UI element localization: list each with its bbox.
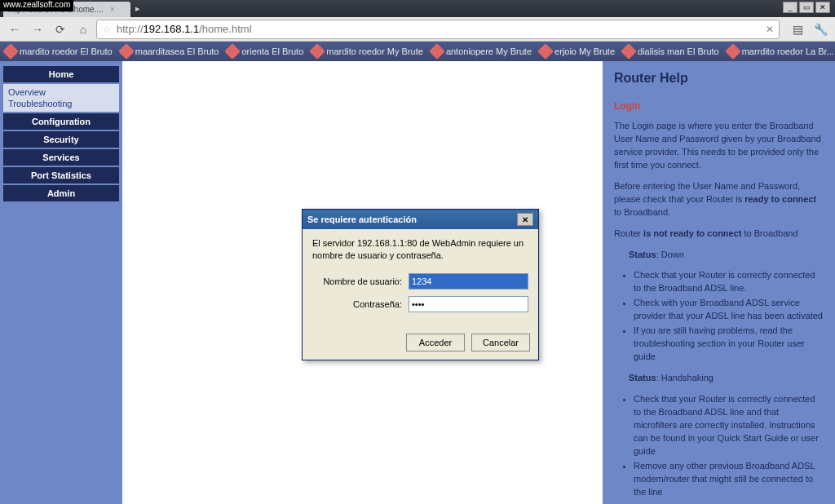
nav-home-subpane: Overview Troubleshooting <box>3 84 119 112</box>
wrench-menu-button[interactable]: 🔧 <box>811 20 830 39</box>
dialog-ok-button[interactable]: Acceder <box>406 334 465 351</box>
nav-home[interactable]: Home <box>3 66 119 82</box>
bookmark-icon <box>725 43 741 60</box>
bookmark-icon <box>621 43 637 60</box>
help-panel: Router Help Login The Login page is wher… <box>603 61 835 504</box>
nav-troubleshooting[interactable]: Troubleshooting <box>8 98 114 109</box>
password-label: Contraseña: <box>312 299 402 309</box>
window-minimize-button[interactable]: _ <box>783 2 797 13</box>
help-paragraph: The Login page is where you enter the Br… <box>614 120 824 172</box>
auth-dialog: Se requiere autenticación ✕ El servidor … <box>302 209 539 360</box>
nav-configuration[interactable]: Configuration <box>3 113 119 130</box>
bookmark-item[interactable]: antoniopere My Brute <box>431 46 532 57</box>
forward-button[interactable]: → <box>28 20 47 39</box>
url-text-host: 192.168.1.1 <box>144 23 200 35</box>
username-input[interactable] <box>409 273 528 290</box>
help-list-item: Check with your Broadband ADSL service p… <box>634 297 824 323</box>
sidebar: Home Overview Troubleshooting Configurat… <box>0 61 122 504</box>
help-list-item: Remove any other previous Broadband ADSL… <box>634 460 824 499</box>
help-paragraph: Before entering the User Name and Passwo… <box>614 180 824 219</box>
bookmark-icon <box>309 43 325 60</box>
url-bar[interactable]: ☆ http://192.168.1.1/home.html ✕ <box>96 20 780 39</box>
back-button[interactable]: ← <box>5 20 24 39</box>
reload-button[interactable]: ⟳ <box>51 20 70 39</box>
nav-security[interactable]: Security <box>3 131 119 148</box>
help-list-item: If you are still having problems, read t… <box>634 325 824 364</box>
username-label: Nombre de usuario: <box>312 276 402 286</box>
url-text-prefix: http:// <box>117 23 144 35</box>
page-menu-button[interactable]: ▤ <box>788 20 807 39</box>
bookmark-icon <box>118 43 135 60</box>
password-input[interactable] <box>409 296 528 312</box>
window-close-button[interactable]: ✕ <box>815 2 830 13</box>
help-title: Router Help <box>614 71 824 86</box>
help-list-handshaking: Check that your Router is correctly conn… <box>614 393 824 499</box>
dialog-close-button[interactable]: ✕ <box>517 213 533 226</box>
bookmark-icon <box>429 43 445 60</box>
new-tab-button[interactable]: ▸ <box>135 3 140 14</box>
url-text-path: /home.html <box>199 23 251 35</box>
dialog-message: El servidor 192.168.1.1:80 de WebAdmin r… <box>312 237 528 262</box>
help-list-down: Check that your Router is correctly conn… <box>614 269 824 364</box>
help-list-item: Check that your Router is correctly conn… <box>634 269 824 295</box>
bookmark-item[interactable]: dialisis man El Bruto <box>623 46 719 57</box>
browser-titlebar: http://192.168.1.1/home.... × ▸ _ ▭ ✕ <box>0 0 835 17</box>
dialog-title: Se requiere autenticación <box>307 214 417 224</box>
browser-toolbar: ← → ⟳ ⌂ ☆ http://192.168.1.1/home.html ✕… <box>0 17 835 42</box>
help-body: The Login page is where you enter the Br… <box>614 120 824 498</box>
bookmark-icon <box>2 43 19 60</box>
bookmark-star-icon[interactable]: ☆ <box>102 23 112 35</box>
status-handshaking: Status: Handshaking <box>629 372 824 385</box>
bookmark-item[interactable]: maarditasea El Bruto <box>121 46 219 57</box>
nav-services[interactable]: Services <box>3 149 119 166</box>
nav-port-statistics[interactable]: Port Statistics <box>3 167 119 183</box>
nav-overview[interactable]: Overview <box>8 86 114 98</box>
url-clear-icon[interactable]: ✕ <box>766 24 774 35</box>
dialog-cancel-button[interactable]: Cancelar <box>471 334 530 351</box>
status-down: Status: Down <box>629 249 824 262</box>
help-paragraph: Router is not ready to connect to Broadb… <box>614 228 824 241</box>
nav-admin[interactable]: Admin <box>3 185 119 201</box>
bookmark-icon <box>225 43 241 60</box>
window-maximize-button[interactable]: ▭ <box>799 2 814 13</box>
bookmark-item[interactable]: marrdito roedor La Br... <box>727 46 834 57</box>
bookmarks-bar: mardito roedor El Bruto maarditasea El B… <box>0 42 835 61</box>
watermark: www.zeallsoft.com <box>0 0 73 11</box>
bookmark-item[interactable]: mardito roedor El Bruto <box>5 46 113 57</box>
dialog-titlebar[interactable]: Se requiere autenticación ✕ <box>303 210 538 229</box>
help-login-heading: Login <box>614 100 824 112</box>
help-list-item: Check that your Router is correctly conn… <box>634 393 824 458</box>
bookmark-item[interactable]: orienta El Bruto <box>227 46 303 57</box>
bookmark-item[interactable]: erjoio My Brute <box>540 46 615 57</box>
bookmark-icon <box>537 43 554 60</box>
home-button[interactable]: ⌂ <box>73 20 93 39</box>
tab-close-icon[interactable]: × <box>110 5 115 14</box>
bookmark-item[interactable]: mardito roedor My Brute <box>311 46 423 57</box>
